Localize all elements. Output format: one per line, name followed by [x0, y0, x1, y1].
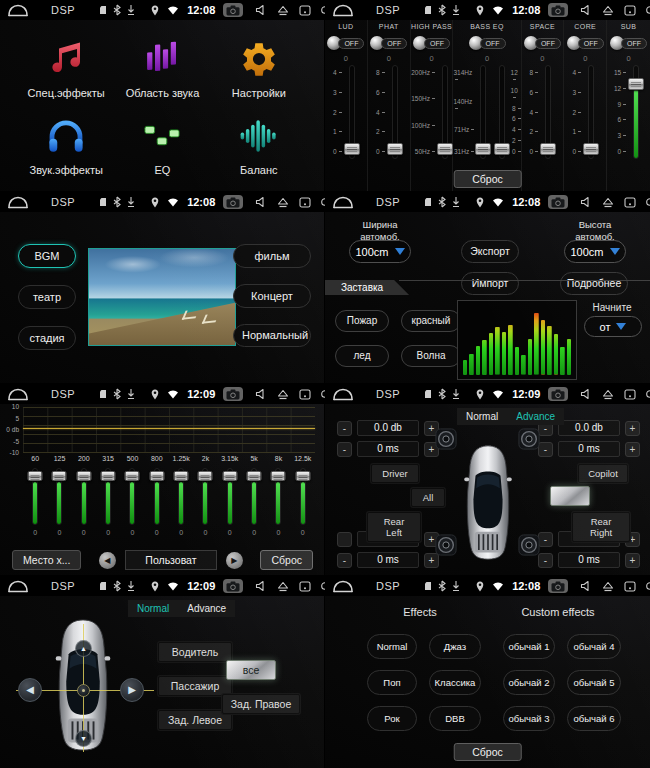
- display-icon[interactable]: [299, 389, 311, 400]
- zone-copilot-button[interactable]: Copilot: [578, 464, 628, 483]
- slider-handle[interactable]: [125, 471, 140, 481]
- eq-band-slider[interactable]: [52, 468, 66, 525]
- sound-mode-button[interactable]: стадия: [18, 326, 76, 350]
- vertical-slider[interactable]: [496, 65, 507, 159]
- effect-button[interactable]: Поп: [367, 670, 417, 695]
- vertical-slider[interactable]: [584, 65, 598, 159]
- custom-effect-button[interactable]: обычай 3: [503, 706, 555, 731]
- slider-handle[interactable]: [494, 143, 510, 155]
- minus-button[interactable]: -: [538, 442, 553, 457]
- zone-rear-right-button[interactable]: Rear Right: [572, 512, 630, 542]
- channel-toggle[interactable]: OFF: [370, 35, 407, 51]
- eject-icon[interactable]: [602, 197, 614, 208]
- display-icon[interactable]: [624, 581, 636, 592]
- eq-band-slider[interactable]: [223, 468, 237, 525]
- preset-prev-button[interactable]: ◀: [99, 552, 116, 569]
- slider-handle[interactable]: [52, 471, 67, 481]
- tab-screensaver[interactable]: Заставка: [325, 280, 409, 295]
- home-icon[interactable]: [332, 580, 354, 593]
- effect-button[interactable]: Normal: [367, 634, 417, 659]
- slider-handle[interactable]: [28, 471, 43, 481]
- display-icon[interactable]: [299, 5, 311, 16]
- sound-mode-button[interactable]: BGM: [18, 244, 76, 268]
- details-button[interactable]: Подробнее: [560, 272, 628, 295]
- vertical-slider[interactable]: [388, 65, 402, 159]
- display-icon[interactable]: [624, 197, 636, 208]
- up-arrow-button[interactable]: ▲: [75, 640, 92, 657]
- zone-driver-button[interactable]: Водитель: [158, 642, 232, 662]
- channel-toggle[interactable]: OFF: [567, 35, 604, 51]
- custom-effect-button[interactable]: обычай 6: [567, 706, 621, 731]
- zone-rear-left-button[interactable]: Зад. Левое: [158, 710, 232, 730]
- eject-icon[interactable]: [277, 581, 289, 592]
- channel-toggle[interactable]: OFF: [524, 35, 561, 51]
- zone-all-button[interactable]: All: [411, 488, 445, 507]
- display-icon[interactable]: [299, 197, 311, 208]
- volume-icon[interactable]: [580, 4, 592, 16]
- slider-handle[interactable]: [76, 471, 91, 481]
- camera-icon[interactable]: [223, 3, 243, 17]
- camera-icon[interactable]: [548, 387, 568, 401]
- car-width-dropdown[interactable]: 100cm: [349, 240, 411, 263]
- balance-tab[interactable]: Advance: [507, 408, 564, 425]
- selected-zone-indicator[interactable]: [550, 486, 590, 506]
- home-icon[interactable]: [7, 4, 29, 17]
- plus-button[interactable]: +: [625, 442, 640, 457]
- custom-effect-button[interactable]: обычай 2: [503, 670, 555, 695]
- camera-icon[interactable]: [548, 579, 568, 593]
- car-height-dropdown[interactable]: 100cm: [564, 240, 626, 263]
- slider-handle[interactable]: [101, 471, 116, 481]
- menu-item-settings[interactable]: Настройки: [232, 38, 286, 99]
- down-arrow-button[interactable]: ▼: [75, 730, 92, 747]
- home-icon[interactable]: [332, 4, 354, 17]
- vertical-slider[interactable]: [438, 65, 452, 159]
- camera-icon[interactable]: [548, 3, 568, 17]
- listening-position-button[interactable]: Место х...: [12, 550, 81, 570]
- eq-band-slider[interactable]: [77, 468, 91, 525]
- volume-icon[interactable]: [255, 4, 267, 16]
- channel-toggle[interactable]: OFF: [610, 35, 647, 51]
- eq-band-slider[interactable]: [271, 468, 285, 525]
- minus-button[interactable]: -: [538, 553, 553, 568]
- eq-band-slider[interactable]: [198, 468, 212, 525]
- zone-all-button[interactable]: все: [226, 660, 276, 680]
- eject-icon[interactable]: [602, 389, 614, 400]
- slider-handle[interactable]: [149, 471, 164, 481]
- home-icon[interactable]: [332, 388, 354, 401]
- eq-band-slider[interactable]: [296, 468, 310, 525]
- zone-rear-left-button[interactable]: Rear Left: [367, 512, 421, 542]
- minus-button[interactable]: -: [538, 532, 553, 547]
- eq-band-slider[interactable]: [247, 468, 261, 525]
- minus-button[interactable]: -: [337, 442, 352, 457]
- slider-handle[interactable]: [437, 143, 453, 155]
- menu-item-eq[interactable]: EQ: [141, 115, 183, 176]
- volume-icon[interactable]: [255, 580, 267, 592]
- camera-icon[interactable]: [223, 387, 243, 401]
- slider-handle[interactable]: [628, 78, 644, 90]
- eject-icon[interactable]: [277, 389, 289, 400]
- left-arrow-button[interactable]: ◀: [18, 678, 42, 702]
- sound-mode-button[interactable]: Концерт: [233, 284, 311, 308]
- effect-button[interactable]: Классика: [429, 670, 481, 695]
- zone-passenger-button[interactable]: Пассажир: [158, 676, 232, 696]
- display-icon[interactable]: [624, 5, 636, 16]
- eq-band-slider[interactable]: [174, 468, 188, 525]
- home-icon[interactable]: [7, 196, 29, 209]
- slider-handle[interactable]: [387, 143, 403, 155]
- camera-icon[interactable]: [223, 195, 243, 209]
- eq-band-slider[interactable]: [150, 468, 164, 525]
- home-icon[interactable]: [332, 196, 354, 209]
- slider-handle[interactable]: [271, 471, 286, 481]
- sound-mode-button[interactable]: театр: [18, 285, 76, 309]
- balance-tab[interactable]: Advance: [178, 600, 235, 617]
- eq-band-slider[interactable]: [125, 468, 139, 525]
- dock-icon[interactable]: [646, 390, 650, 398]
- vertical-slider[interactable]: [345, 65, 359, 159]
- channel-toggle[interactable]: OFF: [469, 35, 506, 51]
- plus-button[interactable]: +: [625, 421, 640, 436]
- minus-button[interactable]: -: [337, 553, 352, 568]
- slider-handle[interactable]: [222, 471, 237, 481]
- sound-mode-button[interactable]: Нормальный: [233, 324, 311, 347]
- dock-icon[interactable]: [646, 582, 650, 590]
- menu-item-sound-effects[interactable]: Звук.эффекты: [30, 115, 103, 176]
